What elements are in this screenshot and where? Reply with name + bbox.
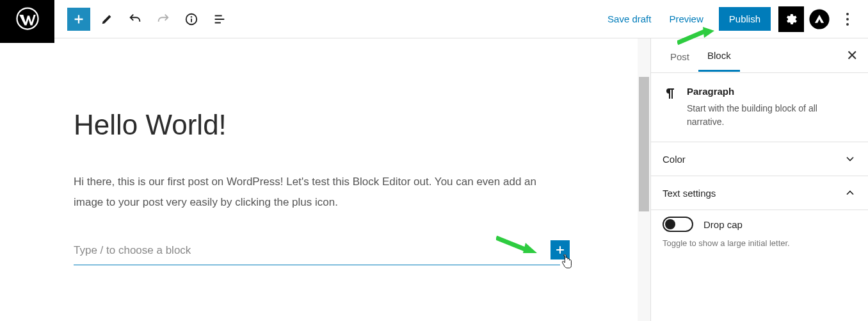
outline-icon[interactable]	[208, 8, 231, 31]
wordpress-logo[interactable]	[0, 0, 54, 43]
post-title[interactable]: Hello World!	[74, 109, 564, 141]
cursor-pointer-icon	[560, 254, 574, 270]
sidebar-tabs: Post Block ✕	[651, 38, 868, 73]
drop-cap-label: Drop cap	[703, 219, 743, 230]
redo-icon[interactable]	[152, 8, 175, 31]
text-settings-section[interactable]: Text settings	[651, 176, 868, 210]
close-sidebar-icon[interactable]: ✕	[846, 47, 858, 64]
undo-icon[interactable]	[124, 8, 147, 31]
chevron-down-icon	[844, 152, 856, 165]
tab-post[interactable]: Post	[661, 40, 698, 71]
info-icon[interactable]	[180, 8, 203, 31]
more-menu-icon[interactable]	[835, 6, 860, 32]
scrollbar[interactable]	[638, 38, 650, 321]
drop-cap-toggle[interactable]	[663, 217, 693, 232]
svg-rect-3	[191, 19, 192, 22]
block-appender[interactable]: Type / to choose a block	[74, 236, 560, 265]
block-type-title: Paragraph	[687, 86, 856, 97]
editor-toolbar: Save draft Preview Publish	[0, 0, 868, 38]
svg-point-2	[191, 16, 192, 17]
save-draft-button[interactable]: Save draft	[600, 8, 659, 29]
text-settings-body: Drop cap Toggle to show a large initial …	[651, 210, 868, 258]
tab-block[interactable]: Block	[698, 39, 740, 72]
color-section[interactable]: Color	[651, 142, 868, 176]
text-settings-title: Text settings	[663, 188, 716, 199]
plugin-icon[interactable]	[807, 6, 832, 32]
paragraph-icon	[663, 86, 678, 129]
paragraph-block[interactable]: Hi there, this is our first post on Word…	[74, 172, 560, 213]
chevron-up-icon	[844, 186, 856, 199]
toolbar-right: Save draft Preview Publish	[600, 6, 868, 32]
scrollbar-thumb[interactable]	[639, 77, 649, 211]
drop-cap-row: Drop cap	[663, 217, 856, 232]
color-section-title: Color	[663, 154, 686, 165]
block-type-description: Start with the building block of all nar…	[687, 102, 856, 129]
drop-cap-help: Toggle to show a large initial letter.	[663, 238, 856, 248]
toolbar-left	[54, 8, 231, 31]
settings-sidebar: Post Block ✕ Paragraph Start with the bu…	[650, 38, 868, 321]
editor-canvas[interactable]: Hello World! Hi there, this is our first…	[0, 38, 638, 321]
editor-main: Hello World! Hi there, this is our first…	[0, 38, 868, 321]
preview-button[interactable]: Preview	[661, 8, 711, 29]
edit-icon[interactable]	[95, 8, 118, 31]
placeholder-text: Type / to choose a block	[74, 244, 191, 257]
settings-button[interactable]	[778, 6, 804, 32]
add-block-button[interactable]	[67, 8, 90, 31]
block-info-panel: Paragraph Start with the building block …	[651, 73, 868, 142]
publish-button[interactable]: Publish	[719, 7, 771, 31]
